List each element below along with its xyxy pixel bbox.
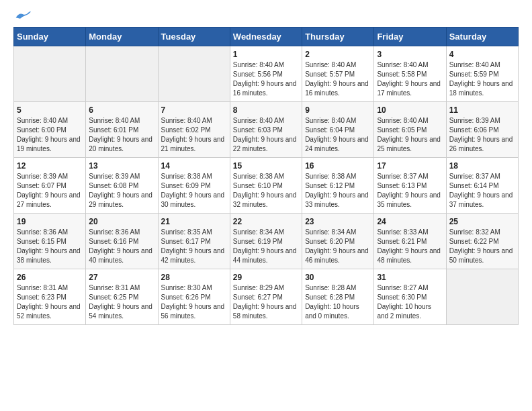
day-number: 28 [161, 273, 227, 282]
day-info: Sunrise: 8:37 AMSunset: 6:13 PMDaylight:… [377, 172, 443, 210]
day-number: 17 [377, 161, 443, 171]
calendar-cell: 6 Sunrise: 8:40 AMSunset: 6:01 PMDayligh… [86, 102, 158, 158]
day-info: Sunrise: 8:29 AMSunset: 6:27 PMDaylight:… [233, 283, 299, 321]
calendar-cell: 2 Sunrise: 8:40 AMSunset: 5:57 PMDayligh… [302, 46, 374, 102]
day-info: Sunrise: 8:40 AMSunset: 6:00 PMDaylight:… [17, 116, 83, 154]
day-number: 7 [161, 105, 227, 115]
calendar-cell [446, 269, 518, 325]
day-info: Sunrise: 8:35 AMSunset: 6:17 PMDaylight:… [161, 228, 227, 265]
day-number: 30 [305, 273, 371, 282]
day-info: Sunrise: 8:40 AMSunset: 6:05 PMDaylight:… [377, 116, 443, 154]
day-info: Sunrise: 8:38 AMSunset: 6:12 PMDaylight:… [305, 172, 371, 210]
weekday-header-tuesday: Tuesday [158, 28, 230, 46]
calendar-cell: 29 Sunrise: 8:29 AMSunset: 6:27 PMDaylig… [230, 269, 302, 325]
day-number: 15 [233, 161, 299, 171]
day-info: Sunrise: 8:37 AMSunset: 6:14 PMDaylight:… [449, 172, 515, 210]
calendar-cell: 4 Sunrise: 8:40 AMSunset: 5:59 PMDayligh… [446, 46, 518, 102]
calendar-cell [158, 46, 230, 102]
calendar-cell: 16 Sunrise: 8:38 AMSunset: 6:12 PMDaylig… [302, 158, 374, 214]
calendar-cell: 28 Sunrise: 8:30 AMSunset: 6:26 PMDaylig… [158, 269, 230, 325]
calendar-cell [14, 46, 86, 102]
calendar-cell: 13 Sunrise: 8:39 AMSunset: 6:08 PMDaylig… [86, 158, 158, 214]
day-number: 16 [305, 161, 371, 171]
page-header [13, 11, 519, 20]
day-number: 27 [89, 273, 154, 282]
day-info: Sunrise: 8:38 AMSunset: 6:10 PMDaylight:… [233, 172, 299, 210]
week-row-2: 5 Sunrise: 8:40 AMSunset: 6:00 PMDayligh… [14, 102, 519, 158]
calendar-cell: 17 Sunrise: 8:37 AMSunset: 6:13 PMDaylig… [374, 158, 446, 214]
calendar-cell: 23 Sunrise: 8:34 AMSunset: 6:20 PMDaylig… [302, 214, 374, 269]
calendar-cell: 21 Sunrise: 8:35 AMSunset: 6:17 PMDaylig… [158, 214, 230, 269]
calendar-cell: 20 Sunrise: 8:36 AMSunset: 6:16 PMDaylig… [86, 214, 158, 269]
calendar-cell: 14 Sunrise: 8:38 AMSunset: 6:09 PMDaylig… [158, 158, 230, 214]
calendar-cell: 26 Sunrise: 8:31 AMSunset: 6:23 PMDaylig… [14, 269, 86, 325]
day-info: Sunrise: 8:31 AMSunset: 6:25 PMDaylight:… [89, 283, 154, 321]
day-info: Sunrise: 8:40 AMSunset: 6:03 PMDaylight:… [233, 116, 299, 154]
day-number: 1 [233, 50, 299, 59]
weekday-header-monday: Monday [86, 28, 158, 46]
week-row-1: 1 Sunrise: 8:40 AMSunset: 5:56 PMDayligh… [14, 46, 519, 102]
logo [13, 11, 31, 20]
logo-bird-icon [15, 11, 31, 20]
day-number: 10 [377, 105, 443, 115]
day-info: Sunrise: 8:31 AMSunset: 6:23 PMDaylight:… [17, 283, 83, 321]
day-info: Sunrise: 8:30 AMSunset: 6:26 PMDaylight:… [161, 283, 227, 321]
calendar-cell: 7 Sunrise: 8:40 AMSunset: 6:02 PMDayligh… [158, 102, 230, 158]
calendar-cell: 15 Sunrise: 8:38 AMSunset: 6:10 PMDaylig… [230, 158, 302, 214]
day-number: 9 [305, 105, 371, 115]
calendar-table: SundayMondayTuesdayWednesdayThursdayFrid… [13, 27, 519, 325]
day-number: 14 [161, 161, 227, 171]
weekday-header-wednesday: Wednesday [230, 28, 302, 46]
day-number: 2 [305, 50, 371, 59]
calendar-cell: 10 Sunrise: 8:40 AMSunset: 6:05 PMDaylig… [374, 102, 446, 158]
page-container: SundayMondayTuesdayWednesdayThursdayFrid… [0, 0, 532, 336]
day-number: 6 [89, 105, 154, 115]
day-number: 8 [233, 105, 299, 115]
day-number: 13 [89, 161, 154, 171]
day-number: 25 [449, 217, 515, 226]
day-info: Sunrise: 8:38 AMSunset: 6:09 PMDaylight:… [161, 172, 227, 210]
weekday-header-row: SundayMondayTuesdayWednesdayThursdayFrid… [14, 28, 519, 46]
calendar-cell: 11 Sunrise: 8:39 AMSunset: 6:06 PMDaylig… [446, 102, 518, 158]
calendar-cell: 19 Sunrise: 8:36 AMSunset: 6:15 PMDaylig… [14, 214, 86, 269]
day-info: Sunrise: 8:40 AMSunset: 6:02 PMDaylight:… [161, 116, 227, 154]
day-info: Sunrise: 8:40 AMSunset: 5:59 PMDaylight:… [449, 60, 515, 98]
calendar-cell: 22 Sunrise: 8:34 AMSunset: 6:19 PMDaylig… [230, 214, 302, 269]
day-info: Sunrise: 8:40 AMSunset: 5:58 PMDaylight:… [377, 60, 443, 98]
day-info: Sunrise: 8:28 AMSunset: 6:28 PMDaylight:… [305, 283, 371, 321]
calendar-cell: 18 Sunrise: 8:37 AMSunset: 6:14 PMDaylig… [446, 158, 518, 214]
day-number: 29 [233, 273, 299, 282]
day-number: 11 [449, 105, 515, 115]
week-row-4: 19 Sunrise: 8:36 AMSunset: 6:15 PMDaylig… [14, 214, 519, 269]
weekday-header-friday: Friday [374, 28, 446, 46]
calendar-cell: 9 Sunrise: 8:40 AMSunset: 6:04 PMDayligh… [302, 102, 374, 158]
day-info: Sunrise: 8:36 AMSunset: 6:16 PMDaylight:… [89, 228, 154, 265]
day-number: 20 [89, 217, 154, 226]
day-info: Sunrise: 8:27 AMSunset: 6:30 PMDaylight:… [377, 283, 443, 321]
calendar-cell: 27 Sunrise: 8:31 AMSunset: 6:25 PMDaylig… [86, 269, 158, 325]
day-number: 4 [449, 50, 515, 59]
day-number: 31 [377, 273, 443, 282]
weekday-header-thursday: Thursday [302, 28, 374, 46]
day-info: Sunrise: 8:34 AMSunset: 6:20 PMDaylight:… [305, 228, 371, 265]
calendar-cell: 1 Sunrise: 8:40 AMSunset: 5:56 PMDayligh… [230, 46, 302, 102]
day-number: 23 [305, 217, 371, 226]
calendar-cell: 8 Sunrise: 8:40 AMSunset: 6:03 PMDayligh… [230, 102, 302, 158]
calendar-cell: 3 Sunrise: 8:40 AMSunset: 5:58 PMDayligh… [374, 46, 446, 102]
week-row-3: 12 Sunrise: 8:39 AMSunset: 6:07 PMDaylig… [14, 158, 519, 214]
day-info: Sunrise: 8:39 AMSunset: 6:07 PMDaylight:… [17, 172, 83, 210]
day-info: Sunrise: 8:32 AMSunset: 6:22 PMDaylight:… [449, 228, 515, 265]
day-info: Sunrise: 8:33 AMSunset: 6:21 PMDaylight:… [377, 228, 443, 265]
day-number: 24 [377, 217, 443, 226]
day-number: 22 [233, 217, 299, 226]
week-row-5: 26 Sunrise: 8:31 AMSunset: 6:23 PMDaylig… [14, 269, 519, 325]
day-number: 5 [17, 105, 83, 115]
day-info: Sunrise: 8:36 AMSunset: 6:15 PMDaylight:… [17, 228, 83, 265]
day-info: Sunrise: 8:39 AMSunset: 6:08 PMDaylight:… [89, 172, 154, 210]
weekday-header-sunday: Sunday [14, 28, 86, 46]
calendar-cell: 5 Sunrise: 8:40 AMSunset: 6:00 PMDayligh… [14, 102, 86, 158]
day-info: Sunrise: 8:40 AMSunset: 6:04 PMDaylight:… [305, 116, 371, 154]
day-number: 12 [17, 161, 83, 171]
calendar-cell: 31 Sunrise: 8:27 AMSunset: 6:30 PMDaylig… [374, 269, 446, 325]
calendar-cell: 12 Sunrise: 8:39 AMSunset: 6:07 PMDaylig… [14, 158, 86, 214]
